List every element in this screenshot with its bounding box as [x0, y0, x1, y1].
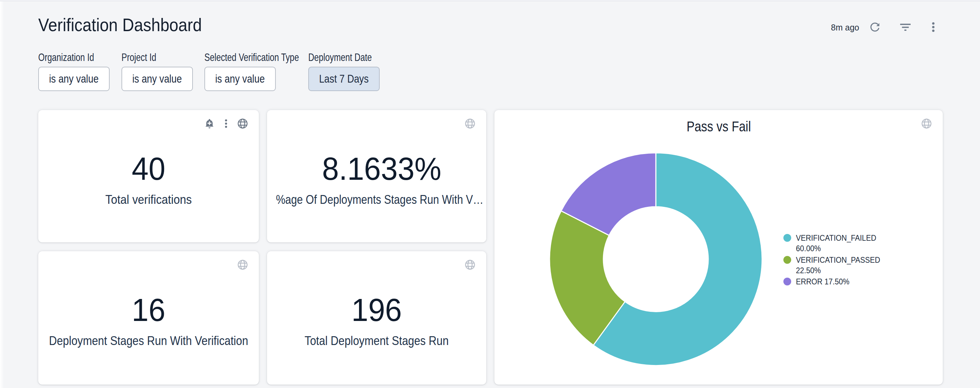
filter-value-chip[interactable]: is any value — [38, 67, 110, 91]
refresh-button[interactable] — [867, 20, 882, 35]
tile-value: 196 — [267, 292, 486, 329]
filter-value-chip[interactable]: is any value — [121, 67, 193, 91]
legend-label: VERIFICATION_FAILED60.00% — [796, 233, 885, 254]
tile-value: 16 — [38, 292, 259, 329]
tile-label: Deployment Stages Run With Verification — [38, 333, 259, 348]
tile-value: 40 — [38, 150, 259, 188]
filter-icon — [900, 24, 911, 31]
globe-icon[interactable] — [237, 260, 248, 270]
filter-project-id: Project Idis any value — [121, 49, 193, 91]
last-updated-text: 8m ago — [831, 22, 859, 32]
tile-total-stages-run: 196 Total Deployment Stages Run — [267, 251, 486, 385]
page-title: Verification Dashboard — [38, 15, 222, 35]
refresh-icon — [870, 22, 880, 32]
tile-total-verifications: 40 Total verifications — [38, 110, 259, 243]
tile-kebab-menu-icon[interactable] — [221, 118, 231, 129]
legend-item[interactable]: VERIFICATION_PASSED22.50% — [783, 255, 889, 276]
page-left-fade — [0, 2, 4, 388]
legend-label: VERIFICATION_PASSED22.50% — [796, 255, 889, 276]
legend-dot — [783, 234, 791, 242]
filter-value-chip[interactable]: is any value — [204, 67, 276, 91]
tile-toolbar — [465, 118, 475, 129]
legend-item[interactable]: VERIFICATION_FAILED60.00% — [783, 233, 889, 254]
filter-deployment-date: Deployment DateLast 7 Days — [308, 49, 392, 91]
legend-label: ERROR 17.50% — [796, 276, 855, 287]
tile-label: Total Deployment Stages Run — [267, 333, 486, 348]
pass-vs-fail-chart-card: Pass vs Fail VERIFICATION_FAILED60.00%VE… — [495, 110, 943, 385]
tile-stages-with-verification: 16 Deployment Stages Run With Verificati… — [38, 251, 259, 385]
kebab-menu-icon — [928, 21, 939, 33]
add-alert-icon[interactable] — [204, 118, 215, 129]
tile-label: Total verifications — [38, 192, 259, 207]
globe-icon[interactable] — [465, 260, 475, 270]
filter-label: Project Id — [121, 49, 193, 64]
globe-icon[interactable] — [465, 118, 475, 129]
filter-value-chip[interactable]: Last 7 Days — [308, 67, 380, 91]
tile-percent-deployments: 8.1633% %age Of Deployments Stages Run W… — [267, 110, 486, 243]
legend-dot — [783, 256, 791, 264]
legend-item[interactable]: ERROR 17.50% — [783, 276, 889, 287]
globe-icon[interactable] — [237, 118, 248, 129]
tile-toolbar — [465, 260, 475, 270]
tile-value: 8.1633% — [267, 150, 486, 188]
filter-organization-id: Organization Idis any value — [38, 49, 112, 91]
dashboard-more-button[interactable] — [926, 20, 941, 35]
legend-dot — [783, 278, 791, 286]
tile-toolbar — [237, 260, 248, 270]
filter-label: Organization Id — [38, 49, 112, 64]
dashboard-filter-button[interactable] — [898, 20, 913, 35]
filter-label: Deployment Date — [308, 49, 392, 64]
tile-label: %age Of Deployments Stages Run With V… — [267, 192, 486, 207]
chart-legend: VERIFICATION_FAILED60.00%VERIFICATION_PA… — [783, 233, 889, 288]
tile-toolbar — [204, 118, 248, 129]
page-top-divider — [0, 0, 980, 1]
